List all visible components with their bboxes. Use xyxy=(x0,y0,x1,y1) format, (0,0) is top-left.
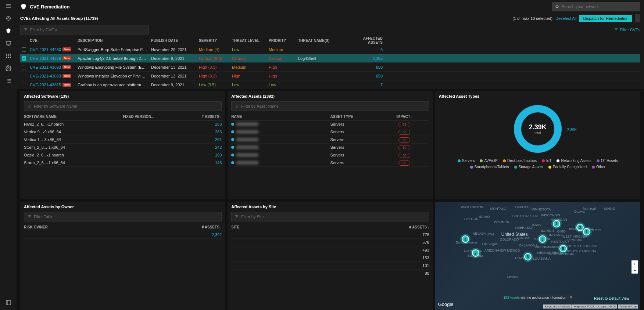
shield-icon[interactable] xyxy=(5,27,12,35)
table-row[interactable]: 778 xyxy=(231,231,429,239)
close-icon[interactable]: × xyxy=(570,295,572,299)
map-marker[interactable]: 3 xyxy=(524,253,532,260)
legend-item[interactable]: Smartphones/Tablets xyxy=(470,165,509,169)
cve-id-link[interactable]: CVE-2021-44230 New xyxy=(30,47,78,52)
row-checkbox[interactable] xyxy=(22,56,26,61)
map-marker[interactable]: 1 xyxy=(583,228,590,235)
map-marker[interactable]: 3 xyxy=(539,235,546,243)
legend-item[interactable]: Servers xyxy=(458,159,475,163)
table-row[interactable]: 101 xyxy=(231,262,429,270)
zoom-in-button[interactable]: + xyxy=(632,260,638,267)
filter-cves-button[interactable]: Filter CVEs xyxy=(614,28,640,32)
cve-id-link[interactable]: CVE-2021-43815 New xyxy=(30,83,78,87)
panel-map[interactable]: WASHINGTONMONTANADAKOTAMINNESOTAWISCONSI… xyxy=(435,202,640,310)
legend-item[interactable]: Storage Assets xyxy=(514,165,543,169)
cve-row[interactable]: CVE-2021-43815 NewGrafana is an open-sou… xyxy=(20,80,640,89)
menu-icon[interactable] xyxy=(5,2,12,10)
col-threat-names[interactable]: THREAT NAME(S) xyxy=(298,39,357,43)
row-checkbox[interactable] xyxy=(22,65,26,69)
table-row[interactable]: 493 xyxy=(231,246,429,254)
table-row[interactable]: Oozie_2_6...-1.noarch169 xyxy=(24,151,222,159)
search-input[interactable] xyxy=(562,4,637,9)
global-search[interactable] xyxy=(552,2,640,11)
collapse-icon[interactable] xyxy=(5,299,12,306)
cve-filter-input[interactable] xyxy=(30,28,146,32)
table-row[interactable]: 2,392 xyxy=(24,231,222,239)
zoom-out-button[interactable]: − xyxy=(632,267,638,274)
cve-id-link[interactable]: CVE-2021-44228 New xyxy=(30,56,78,61)
target-icon[interactable] xyxy=(5,15,12,22)
col-site-assets[interactable]: # ASSETS↓ xyxy=(363,225,429,229)
col-sw-assets[interactable]: # ASSETS↓ xyxy=(172,115,222,119)
grid-icon[interactable] xyxy=(5,52,12,60)
more-actions-button[interactable]: ⋮ xyxy=(635,14,640,22)
table-row[interactable]: Storm_2_6...-1.x86_64145 xyxy=(24,159,222,167)
col-risk-owner[interactable]: RISK OWNER xyxy=(24,225,156,229)
asset-filter-input[interactable] xyxy=(241,104,426,108)
row-checkbox[interactable] xyxy=(22,74,26,78)
cve-row[interactable]: CVE-2021-43893 NewWindows Encrypting Fil… xyxy=(20,62,640,71)
table-row[interactable]: Servers80 xyxy=(231,136,429,144)
table-row[interactable]: Vertica 1...-3.x86_64261 xyxy=(24,136,222,144)
software-filter-input[interactable] xyxy=(34,104,218,108)
cve-id-link[interactable]: CVE-2021-43883 New xyxy=(30,74,78,78)
table-row[interactable]: Hive2_2_6...-1.noarch288 xyxy=(24,120,222,128)
col-fixed-version[interactable]: FIXED VERSION... xyxy=(123,115,172,119)
cve-row[interactable]: CVE-2021-44230 NewPortSwigger Burp Suite… xyxy=(20,45,640,54)
table-row[interactable]: Servers85 xyxy=(231,120,429,128)
cve-row[interactable]: CVE-2021-44228 NewApache Log4j2 2.0-beta… xyxy=(20,54,640,62)
site-filter-input[interactable] xyxy=(241,215,426,219)
row-checkbox[interactable] xyxy=(22,47,26,52)
deselect-all-link[interactable]: Deselect All xyxy=(555,16,576,21)
cve-row[interactable]: CVE-2021-43883 NewWindows Installer Elev… xyxy=(20,71,640,80)
map-reset-view[interactable]: Reset to Default View xyxy=(594,296,629,300)
table-row[interactable]: Servers80 xyxy=(231,159,429,167)
legend-item[interactable]: Networking Assets xyxy=(557,159,591,163)
col-cve[interactable]: CVE↓ xyxy=(30,39,78,43)
dispatch-button[interactable]: Dispatch for Remediation xyxy=(579,15,632,22)
map-marker[interactable]: 2 xyxy=(553,220,560,227)
legend-item[interactable]: OT Assets xyxy=(597,159,618,163)
legend-item[interactable]: AV/VoIP xyxy=(480,159,498,163)
legend-item[interactable]: Desktops/Laptops xyxy=(503,159,537,163)
table-row[interactable]: Vertica 9...-9.x86_64265 xyxy=(24,128,222,136)
table-row[interactable]: Servers80 xyxy=(231,144,429,151)
col-asset-type[interactable]: ASSET TYPE xyxy=(330,115,380,119)
col-site[interactable]: SITE xyxy=(231,225,363,229)
col-priority[interactable]: PRIORITY xyxy=(269,39,298,43)
col-description[interactable]: DESCRIPTION xyxy=(78,39,151,43)
table-row[interactable]: Servers80 xyxy=(231,151,429,159)
cve-filter[interactable] xyxy=(20,25,149,35)
col-threat-level[interactable]: THREAT LEVEL xyxy=(232,39,269,43)
software-filter[interactable] xyxy=(24,101,222,111)
col-asset-name[interactable]: NAME xyxy=(231,115,330,119)
map-attrib-item[interactable]: Keyboard shortcuts xyxy=(543,304,572,309)
owner-filter[interactable] xyxy=(24,212,222,221)
monitor-icon[interactable] xyxy=(5,40,12,47)
col-software-name[interactable]: SOFTWARE NAME xyxy=(24,115,123,119)
row-checkbox[interactable] xyxy=(22,83,26,87)
owner-filter-input[interactable] xyxy=(34,215,218,219)
col-affected-assets[interactable]: AFFECTED ASSETS xyxy=(357,36,390,44)
map-marker[interactable]: 5 xyxy=(559,245,567,252)
map-marker[interactable]: 3 xyxy=(462,235,469,243)
list-icon[interactable] xyxy=(5,77,12,84)
col-owner-assets[interactable]: # ASSETS↓ xyxy=(156,225,222,229)
col-asset-impact[interactable]: IMPACT↓ xyxy=(380,115,429,119)
map-marker[interactable]: 3 xyxy=(576,224,584,231)
table-row[interactable]: Storm_2_6...-1.x86_64242 xyxy=(24,144,222,151)
legend-item[interactable]: IoT xyxy=(542,159,551,163)
table-row[interactable]: 576 xyxy=(231,239,429,246)
legend-item[interactable]: Other xyxy=(592,165,605,169)
gear-icon[interactable] xyxy=(5,65,12,72)
table-row[interactable]: 153 xyxy=(231,254,429,262)
map-attrib-item[interactable]: Map data ©2021 Google, INEGI xyxy=(572,304,617,309)
cve-id-link[interactable]: CVE-2021-43893 New xyxy=(30,65,78,69)
table-row[interactable]: Servers80 xyxy=(231,128,429,136)
col-publish-date[interactable]: PUBLISH DATE xyxy=(151,39,199,43)
col-severity[interactable]: SEVERITY xyxy=(199,39,232,43)
map-marker[interactable]: 2 xyxy=(472,249,479,257)
table-row[interactable]: 80 xyxy=(231,270,429,277)
site-filter[interactable] xyxy=(231,212,429,221)
asset-filter[interactable] xyxy=(231,101,429,111)
